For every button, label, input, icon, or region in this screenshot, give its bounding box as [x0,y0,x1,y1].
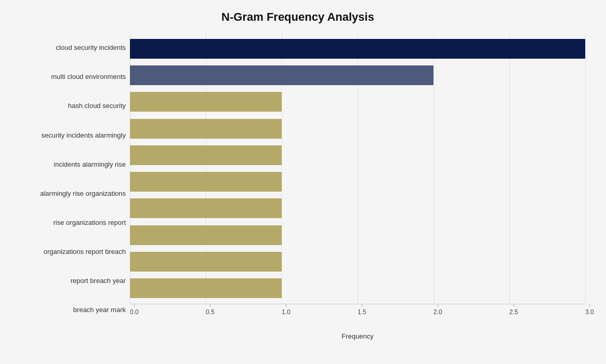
x-tick: 0.0 [130,304,139,316]
x-tick: 1.5 [358,304,366,316]
bar-row [130,62,585,88]
bar-row [130,222,585,248]
y-axis-label: security incidents alarmingly [41,120,126,150]
y-axis-label: incidents alarmingly rise [54,150,126,179]
y-axis-label: cloud security incidents [56,33,126,62]
bar [130,145,282,165]
bar-row [130,116,585,142]
bar-row [130,195,585,221]
y-axis-label: alarmingly rise organizations [40,179,126,208]
bar [130,39,585,59]
bar-row [130,275,585,301]
chart-area: cloud security incidentsmulti cloud envi… [10,33,585,325]
x-tick-label: 2.0 [433,308,442,316]
y-axis-label: multi cloud environments [51,62,126,91]
y-axis-label: rise organizations report [54,208,126,237]
bar-row [130,142,585,168]
x-tick: 3.0 [585,304,594,316]
x-tick: 2.5 [509,304,518,316]
bar-row [130,36,585,62]
x-tick-line [589,304,590,307]
x-tick-label: 2.5 [509,308,518,316]
x-tick-label: 3.0 [585,308,594,316]
x-tick-line [438,304,438,307]
y-axis-label: breach year mark [73,295,126,325]
bar [130,92,282,112]
x-axis: Frequency 0.00.51.01.52.02.53.0 [130,304,585,325]
y-axis-labels: cloud security incidentsmulti cloud envi… [10,33,130,325]
y-axis-label: hash cloud security [68,91,126,120]
x-axis-title: Frequency [341,332,373,340]
x-tick-label: 0.0 [130,308,139,316]
x-tick-label: 1.0 [282,308,291,316]
bar [130,198,282,218]
x-tick-label: 1.5 [358,308,366,316]
y-axis-label: report breach year [71,266,126,295]
y-axis-label: organizations report breach [44,237,126,266]
bar [130,172,282,192]
x-tick-line [210,304,210,307]
x-tick-line [513,304,514,307]
x-tick: 2.0 [433,304,442,316]
bars-area [130,33,585,304]
grid-line [585,33,586,304]
bar-row [130,169,585,195]
x-tick-label: 0.5 [206,308,215,316]
chart-container: N-Gram Frequency Analysis cloud security… [0,0,606,364]
x-tick-line [362,304,362,307]
bars-and-xaxis: Frequency 0.00.51.01.52.02.53.0 [130,33,585,325]
bar [130,252,282,272]
bar [130,65,433,85]
x-tick: 1.0 [282,304,291,316]
x-tick: 0.5 [206,304,215,316]
x-tick-line [134,304,135,307]
bar [130,119,282,139]
bar-row [130,249,585,275]
x-tick-line [286,304,286,307]
bar-row [130,89,585,115]
chart-title: N-Gram Frequency Analysis [10,10,585,24]
bar [130,278,282,298]
bar [130,225,282,245]
